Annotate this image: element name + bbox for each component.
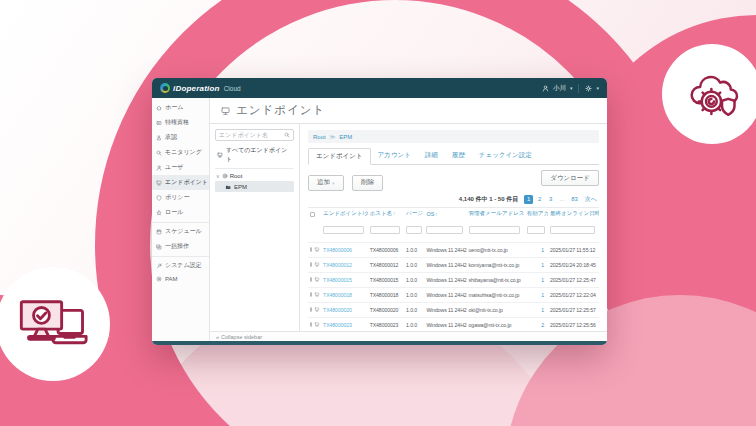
sidebar-item-approval[interactable]: 承認: [152, 130, 209, 145]
sidebar-item-schedule[interactable]: スケジュール: [152, 222, 209, 239]
sidebar-item-roles[interactable]: ロール: [152, 205, 209, 220]
sidebar-item-system-settings[interactable]: システム設定: [152, 256, 209, 273]
all-endpoints-item[interactable]: すべてのエンドポイント: [215, 141, 294, 169]
account-count[interactable]: 1: [525, 272, 548, 287]
sidebar-item-policy[interactable]: ポリシー: [152, 190, 209, 205]
table-row[interactable]: TX48000006TX480000061.0.0Windows 11 24H2…: [308, 242, 599, 257]
user-icon: [542, 85, 549, 92]
filter-host-name[interactable]: [370, 226, 401, 234]
collapse-sidebar-button[interactable]: « Collapse sidebar: [210, 331, 607, 341]
chevron-down-icon: ▾: [570, 85, 573, 91]
endpoint-id-cell: TX48000015: [321, 272, 368, 287]
column-label: OS: [426, 211, 434, 217]
sidebar-item-endpoints[interactable]: エンドポイント: [152, 175, 209, 190]
filter-version[interactable]: [406, 226, 422, 234]
tree-node-epm[interactable]: EPM: [215, 181, 294, 192]
sidebar-item-monitoring[interactable]: モニタリング: [152, 145, 209, 160]
table-row[interactable]: TX48000015TX480000151.0.0Windows 11 24H2…: [308, 272, 599, 287]
row-checkbox[interactable]: [310, 307, 312, 312]
gear-icon: [156, 276, 162, 282]
sidebar-item-pam[interactable]: PAM: [152, 273, 209, 285]
filter-last-online[interactable]: [550, 226, 595, 234]
search-icon[interactable]: [284, 132, 290, 138]
row-checkbox[interactable]: [310, 277, 312, 282]
endpoint-id-link[interactable]: TX48000023: [323, 322, 352, 328]
all-endpoints-label: すべてのエンドポイント: [226, 146, 292, 164]
endpoint-id-link[interactable]: TX48000012: [323, 262, 352, 268]
sidebar-item-home[interactable]: ホーム: [152, 100, 209, 115]
endpoint-id-link[interactable]: TX48000020: [323, 307, 352, 313]
account-count[interactable]: 1: [525, 302, 548, 317]
sidebar-nav: ホーム特権資格承認モニタリングユーザエンドポイントポリシーロールスケジュール一括…: [152, 98, 210, 341]
endpoint-search[interactable]: [215, 129, 294, 141]
tab-history[interactable]: 履歴: [445, 148, 472, 165]
column-header-host-name[interactable]: ホスト名↕: [368, 207, 404, 220]
row-checkbox[interactable]: [310, 247, 312, 252]
brand-suffix: Cloud: [224, 85, 241, 92]
next-page-button[interactable]: 次へ: [583, 195, 599, 204]
account-count[interactable]: 1: [525, 287, 548, 302]
tree-node-root[interactable]: ∨ Root: [215, 169, 294, 181]
delete-button[interactable]: 削除: [352, 175, 383, 191]
column-header-os[interactable]: OS↕: [424, 207, 466, 220]
page-button-2[interactable]: 2: [535, 195, 544, 204]
column-header-active-accounts[interactable]: 有効アカウント数↕: [525, 207, 548, 220]
endpoint-icon: [314, 262, 320, 267]
add-button[interactable]: 追加▾: [308, 175, 344, 191]
select-all-checkbox[interactable]: [310, 212, 315, 217]
column-label: 最終オンライン日時: [550, 210, 599, 216]
breadcrumb: Root ≫ EPM: [308, 130, 599, 143]
column-header-admin-email[interactable]: 管理者メールアドレス↕: [467, 207, 525, 220]
endpoint-id-link[interactable]: TX48000018: [323, 292, 352, 298]
settings-gear-icon[interactable]: [585, 85, 592, 92]
os: Windows 11 24H2: [424, 257, 466, 272]
endpoint-id-link[interactable]: TX48000006: [323, 247, 352, 253]
column-header-last-online[interactable]: 最終オンライン日時↕: [548, 207, 599, 220]
row-select-cell: [308, 302, 321, 317]
page-button-1[interactable]: 1: [524, 195, 533, 204]
settings-icon: [156, 263, 162, 269]
column-header-endpoint-group[interactable]: エンドポイント/グループ↕: [321, 207, 368, 220]
filter-admin-email[interactable]: [469, 226, 520, 234]
tab-endpoint[interactable]: エンドポイント: [308, 148, 371, 165]
sidebar-item-label: ホーム: [165, 103, 183, 112]
app-titlebar: iDoperation Cloud 小川 ▾ ▾: [152, 78, 607, 98]
table-row[interactable]: TX48000018TX480000181.0.0Windows 11 24H2…: [308, 287, 599, 302]
filter-endpoint-group[interactable]: [323, 226, 363, 234]
page-button-83[interactable]: 83: [569, 195, 580, 204]
account-count[interactable]: 1: [525, 257, 548, 272]
tab-details[interactable]: 詳細: [418, 148, 445, 165]
endpoint-icon: [314, 247, 320, 252]
sidebar-item-users[interactable]: ユーザ: [152, 160, 209, 175]
host-name: TX48000015: [368, 272, 404, 287]
sidebar-item-batch-operations[interactable]: 一括操作: [152, 239, 209, 254]
user-menu[interactable]: 小川: [553, 84, 566, 93]
endpoint-id-link[interactable]: TX48000015: [323, 277, 352, 283]
column-header-version[interactable]: バージョン↕: [404, 207, 424, 220]
endpoint-icon: [314, 277, 320, 282]
folder-icon: [225, 184, 231, 190]
filter-active-accounts[interactable]: [527, 226, 545, 234]
account-count[interactable]: 2: [525, 317, 548, 331]
table-row[interactable]: TX48000012TX480000121.0.0Windows 11 24H2…: [308, 257, 599, 272]
tree-expand-icon[interactable]: ∨: [216, 173, 220, 179]
page-button-3[interactable]: 3: [546, 195, 555, 204]
endpoint-search-input[interactable]: [219, 132, 284, 138]
last-online: 2025/01/27 12:22:04: [548, 287, 599, 302]
row-checkbox[interactable]: [310, 262, 312, 267]
last-online: 2025/01/27 11:55:12: [548, 242, 599, 257]
table-row[interactable]: TX48000020TX480000201.0.0Windows 11 24H2…: [308, 302, 599, 317]
row-checkbox[interactable]: [310, 292, 312, 297]
tab-account[interactable]: アカウント: [371, 148, 418, 165]
download-button[interactable]: ダウンロード: [541, 170, 599, 186]
sidebar-item-privileged-credentials[interactable]: 特権資格: [152, 115, 209, 130]
breadcrumb-root[interactable]: Root: [313, 134, 326, 140]
account-count[interactable]: 1: [525, 242, 548, 257]
version: 1.0.0: [404, 257, 424, 272]
row-checkbox[interactable]: [310, 322, 312, 327]
table-row[interactable]: TX48000023TX480000231.0.0Windows 11 24H2…: [308, 317, 599, 331]
app-window: iDoperation Cloud 小川 ▾ ▾ ホーム特権資格承認モニタリング…: [152, 78, 607, 345]
filter-os[interactable]: [426, 226, 462, 234]
cloud-security-gear-icon: [680, 62, 744, 122]
tab-checkin-settings[interactable]: チェックイン設定: [472, 148, 539, 165]
